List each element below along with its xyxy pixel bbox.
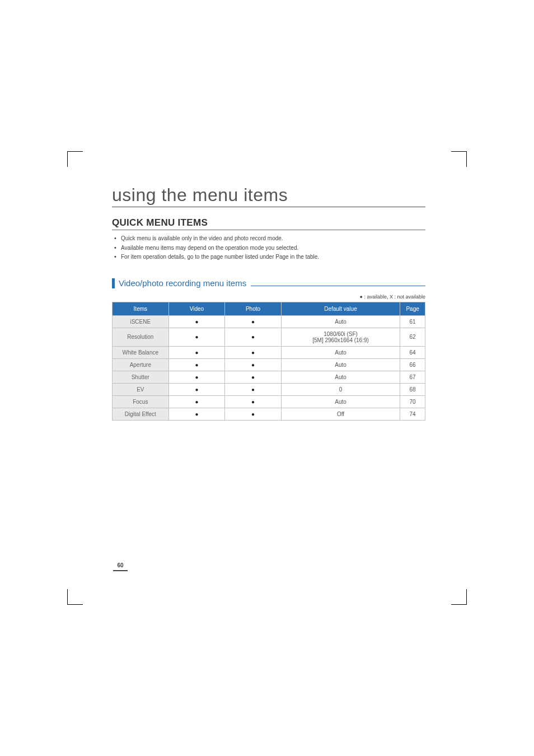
cell-photo: ●	[225, 328, 282, 346]
cell-item: EV	[113, 383, 169, 395]
cell-photo: ●	[225, 383, 282, 395]
cell-photo: ●	[225, 395, 282, 408]
cell-item: Focus	[113, 395, 169, 408]
cell-video: ●	[168, 358, 225, 371]
page-number: 60	[112, 562, 129, 571]
table-row: Focus ● ● Auto 70	[113, 395, 425, 408]
table-row: White Balance ● ● Auto 64	[113, 346, 425, 358]
dot-icon: ●	[195, 349, 198, 356]
cell-photo: ●	[225, 358, 282, 371]
dot-icon: ●	[195, 334, 198, 340]
dot-icon: ●	[251, 399, 255, 405]
crop-mark-bottom-left	[67, 589, 83, 605]
table-row: Shutter ● ● Auto 67	[113, 371, 425, 383]
dot-icon: ●	[195, 319, 198, 325]
cell-default: 1080/60i (SF) [5M] 2960x1664 (16:9)	[281, 328, 400, 346]
note-item: Available menu items may depend on the o…	[121, 244, 425, 253]
table-row: iSCENE ● ● Auto 61	[113, 315, 425, 328]
table-row: Digital Effect ● ● Off 74	[113, 408, 425, 420]
cell-default: Auto	[281, 371, 400, 383]
subsection-rule	[251, 286, 425, 286]
cell-item: Aperture	[113, 358, 169, 371]
table-body: iSCENE ● ● Auto 61 Resolution ● ● 1080/6…	[113, 315, 425, 420]
cell-page: 70	[400, 395, 425, 408]
cell-default: Off	[281, 408, 400, 420]
th-items: Items	[113, 302, 169, 315]
cell-default: Auto	[281, 346, 400, 358]
cell-default: 0	[281, 383, 400, 395]
dot-icon: ●	[195, 362, 198, 368]
table-row: EV ● ● 0 68	[113, 383, 425, 395]
cell-video: ●	[168, 371, 225, 383]
dot-icon: ●	[195, 386, 198, 393]
cell-item: White Balance	[113, 346, 169, 358]
th-page: Page	[400, 302, 425, 315]
dot-icon: ●	[251, 334, 255, 340]
subsection-bar-icon	[112, 278, 115, 288]
dot-icon: ●	[251, 411, 255, 417]
cell-page: 61	[400, 315, 425, 328]
cell-video: ●	[168, 395, 225, 408]
cell-item: iSCENE	[113, 315, 169, 328]
section-notes-list: Quick menu is available only in the vide…	[112, 235, 425, 262]
th-default: Default value	[281, 302, 400, 315]
dot-icon: ●	[251, 362, 255, 368]
cell-page: 74	[400, 408, 425, 420]
cell-default: Auto	[281, 315, 400, 328]
th-video: Video	[168, 302, 225, 315]
cell-page: 66	[400, 358, 425, 371]
page-number-rule	[113, 570, 128, 571]
cell-video: ●	[168, 408, 225, 420]
cell-default: Auto	[281, 395, 400, 408]
dot-icon: ●	[251, 349, 255, 356]
cell-photo: ●	[225, 371, 282, 383]
table-legend: ● : available, X : not available	[112, 294, 425, 300]
cell-video: ●	[168, 328, 225, 346]
crop-mark-bottom-right	[451, 589, 467, 605]
cell-photo: ●	[225, 315, 282, 328]
chapter-title: using the menu items	[112, 185, 425, 207]
dot-icon: ●	[251, 386, 255, 393]
cell-video: ●	[168, 383, 225, 395]
cell-video: ●	[168, 346, 225, 358]
dot-icon: ●	[195, 399, 198, 405]
crop-mark-top-left	[67, 151, 83, 167]
dot-icon: ●	[251, 319, 255, 325]
dot-icon: ●	[195, 374, 198, 380]
table-header-row: Items Video Photo Default value Page	[113, 302, 425, 315]
cell-item: Shutter	[113, 371, 169, 383]
cell-page: 64	[400, 346, 425, 358]
quick-menu-table: Items Video Photo Default value Page iSC…	[112, 302, 425, 421]
cell-page: 62	[400, 328, 425, 346]
table-row: Aperture ● ● Auto 66	[113, 358, 425, 371]
note-item: Quick menu is available only in the vide…	[121, 235, 425, 243]
cell-photo: ●	[225, 346, 282, 358]
subsection-title: Video/photo recording menu items	[119, 278, 246, 288]
page-content: using the menu items QUICK MENU ITEMS Qu…	[112, 185, 425, 421]
subsection-header: Video/photo recording menu items	[112, 278, 425, 288]
page-number-value: 60	[117, 562, 123, 568]
crop-mark-top-right	[451, 151, 467, 167]
cell-page: 67	[400, 371, 425, 383]
section-heading: QUICK MENU ITEMS	[112, 217, 425, 228]
cell-page: 68	[400, 383, 425, 395]
th-photo: Photo	[225, 302, 282, 315]
section-heading-rule	[112, 230, 425, 230]
cell-default: Auto	[281, 358, 400, 371]
cell-video: ●	[168, 315, 225, 328]
note-item: For item operation details, go to the pa…	[121, 253, 425, 262]
dot-icon: ●	[195, 411, 198, 417]
cell-item: Resolution	[113, 328, 169, 346]
cell-item: Digital Effect	[113, 408, 169, 420]
cell-photo: ●	[225, 408, 282, 420]
dot-icon: ●	[251, 374, 255, 380]
table-row: Resolution ● ● 1080/60i (SF) [5M] 2960x1…	[113, 328, 425, 346]
